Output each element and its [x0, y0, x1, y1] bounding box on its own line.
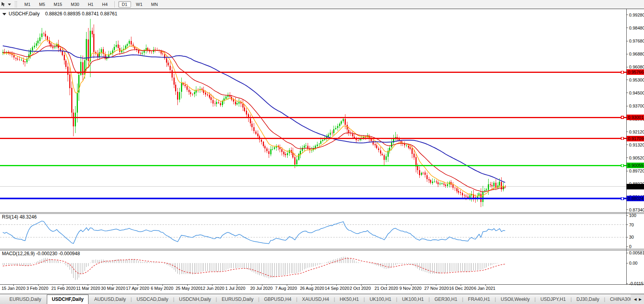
svg-text:25 May 2020: 25 May 2020 — [175, 286, 201, 291]
svg-text:1 Jul 2020: 1 Jul 2020 — [225, 286, 245, 291]
chart-title: USDCHF,Daily0.88826 0.88935 0.88741 0.88… — [2, 11, 117, 17]
svg-text:6 May 2020: 6 May 2020 — [151, 286, 173, 291]
svg-text:27 Nov 2020: 27 Nov 2020 — [424, 286, 448, 291]
chart-symbol-label: USDCHF,Daily — [9, 11, 40, 17]
timeframe-toolbar: M1M5M15M30H1H4D1W1MN — [0, 0, 644, 9]
svg-text:0.96080: 0.96080 — [629, 65, 644, 69]
toolbar-separator — [114, 1, 115, 7]
chart-tab-2[interactable]: AUDUSD,Daily — [89, 295, 131, 304]
symbol-dropdown-icon[interactable] — [2, 13, 6, 15]
svg-text:30 Mar 2020: 30 Mar 2020 — [101, 286, 125, 291]
svg-text:16 Dec 2020: 16 Dec 2020 — [449, 286, 474, 291]
chart-tab-bar: EURUSD,DailyUSDCHF,DailyAUDUSD,Daily|USD… — [0, 294, 644, 304]
macd-indicator-label: MACD(12,26,9) -0.000230 -0.000948 — [2, 251, 80, 256]
svg-text:0.95766: 0.95766 — [628, 70, 644, 74]
svg-text:0.90055: 0.90055 — [628, 163, 644, 168]
chart-tab-11[interactable]: GER30,H1 — [430, 295, 462, 304]
timeframe-button-H1[interactable]: H1 — [84, 1, 97, 7]
svg-text:0.91709: 0.91709 — [628, 136, 644, 141]
svg-text:0.97680: 0.97680 — [629, 39, 644, 43]
svg-text:0: 0 — [629, 244, 631, 249]
svg-text:30: 30 — [629, 235, 634, 239]
svg-text:26 Aug 2020: 26 Aug 2020 — [300, 286, 324, 291]
svg-text:21 Feb 2020: 21 Feb 2020 — [51, 286, 76, 291]
svg-text:0.89720: 0.89720 — [629, 169, 644, 173]
chart-tab-13[interactable]: USOil,Weekly — [496, 295, 535, 304]
tab-scroll-arrows: ◀ ▶ — [631, 294, 644, 304]
svg-text:11 Mar 2020: 11 Mar 2020 — [76, 286, 100, 291]
chart-tab-5[interactable]: EURUSD,Daily — [217, 295, 258, 304]
svg-text:0.93700: 0.93700 — [629, 104, 644, 108]
svg-text:12 Jun 2020: 12 Jun 2020 — [201, 286, 225, 291]
timeframe-button-D1[interactable]: D1 — [118, 1, 131, 7]
svg-text:14 Sep 2020: 14 Sep 2020 — [325, 286, 349, 291]
svg-text:15 Jan 2020: 15 Jan 2020 — [2, 286, 26, 291]
svg-text:0.99280: 0.99280 — [629, 13, 644, 17]
timeframe-button-H4[interactable]: H4 — [98, 1, 111, 7]
svg-text:21 Oct 2020: 21 Oct 2020 — [375, 286, 398, 291]
chart-tab-12[interactable]: FRA40,H1 — [463, 295, 495, 304]
svg-text:0.90520: 0.90520 — [629, 156, 644, 160]
svg-text:0.94500: 0.94500 — [629, 91, 644, 95]
cursor-icon — [1, 2, 6, 7]
svg-text:9 Nov 2020: 9 Nov 2020 — [399, 286, 421, 291]
chart-tab-7[interactable]: XAUUSD,H4 — [297, 295, 334, 304]
chart-window: 0.992800.984800.976800.968800.960800.953… — [0, 9, 644, 294]
chart-tab-4[interactable]: USDCNH,Daily — [174, 295, 216, 304]
svg-text:0.98480: 0.98480 — [629, 26, 644, 30]
timeframe-button-MN[interactable]: MN — [148, 1, 161, 7]
svg-text:100: 100 — [629, 213, 636, 218]
svg-text:0.88761: 0.88761 — [628, 184, 644, 189]
svg-text:0.92120: 0.92120 — [629, 130, 644, 134]
timeframe-buttons: M1M5M15M30H1H4D1W1MN — [20, 1, 162, 7]
chart-tab-10[interactable]: UK100,H1 — [397, 295, 428, 304]
svg-text:0.93001: 0.93001 — [628, 115, 644, 120]
chart-tab-6[interactable]: GBPUSD,H4 — [259, 295, 296, 304]
chart-tab-3[interactable]: USDCAD,Daily — [132, 295, 173, 304]
timeframe-button-W1[interactable]: W1 — [133, 1, 146, 7]
chart-tab-15[interactable]: DJ30,Daily — [572, 295, 604, 304]
chevron-down-icon — [8, 4, 11, 6]
price-chart-canvas[interactable]: 0.992800.984800.976800.968800.960800.953… — [0, 9, 644, 294]
svg-text:7 Aug 2020: 7 Aug 2020 — [275, 286, 297, 291]
svg-text:0.88024: 0.88024 — [628, 196, 644, 201]
svg-text:-0.011514: -0.011514 — [629, 281, 644, 286]
svg-text:70: 70 — [629, 222, 634, 227]
svg-text:0.87340: 0.87340 — [629, 208, 644, 212]
chart-tab-14[interactable]: USDJPY,H1 — [536, 295, 570, 304]
svg-text:0.005818: 0.005818 — [629, 250, 644, 255]
svg-text:17 Apr 2020: 17 Apr 2020 — [126, 286, 149, 291]
timeframe-button-M5[interactable]: M5 — [35, 1, 48, 7]
timeframe-button-M15[interactable]: M15 — [50, 1, 66, 7]
timeframe-button-M1[interactable]: M1 — [21, 1, 34, 7]
chart-tab-1[interactable]: USDCHF,Daily — [47, 295, 89, 304]
svg-text:20 Jul 2020: 20 Jul 2020 — [250, 286, 273, 291]
svg-text:6 Jan 2021: 6 Jan 2021 — [474, 286, 495, 291]
tab-scroll-right-icon[interactable]: ▶ — [639, 297, 642, 301]
svg-text:0.96880: 0.96880 — [629, 52, 644, 56]
chart-tab-0[interactable]: EURUSD,Daily — [5, 295, 46, 304]
tab-scroll-left-icon[interactable]: ◀ — [634, 297, 637, 301]
timeframe-button-M30[interactable]: M30 — [67, 1, 83, 7]
svg-text:0.00: 0.00 — [629, 261, 637, 265]
toolbar-grip-handle[interactable] — [15, 1, 17, 7]
svg-text:3 Feb 2020: 3 Feb 2020 — [26, 286, 48, 291]
chart-tab-8[interactable]: HK50,H1 — [335, 295, 364, 304]
svg-text:2 Oct 2020: 2 Oct 2020 — [350, 286, 371, 291]
rsi-indicator-label: RSI(14) 48.3246 — [2, 214, 37, 220]
chart-ohlc-values: 0.88826 0.88935 0.88741 0.88761 — [45, 11, 118, 17]
svg-text:0.95300: 0.95300 — [629, 78, 644, 82]
chart-tab-9[interactable]: UK100,H1 — [365, 295, 396, 304]
trading-terminal-window: M1M5M15M30H1H4D1W1MN 0.992800.984800.976… — [0, 0, 644, 304]
cursor-tool-icon[interactable] — [1, 2, 11, 7]
svg-text:0.91320: 0.91320 — [629, 143, 644, 147]
